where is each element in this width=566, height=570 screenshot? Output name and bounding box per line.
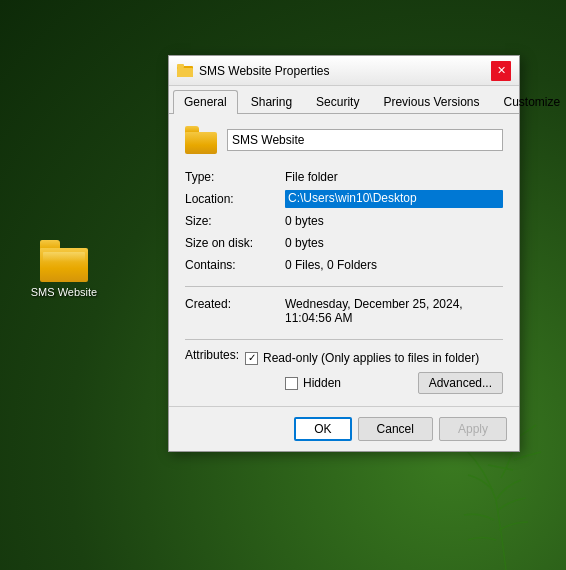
apply-button[interactable]: Apply (439, 417, 507, 441)
prop-label-size-disk: Size on disk: (185, 234, 285, 252)
separator-1 (185, 286, 503, 287)
hidden-row: Hidden Advanced... (185, 372, 503, 394)
attributes-row: Attributes: Read-only (Only applies to f… (185, 348, 503, 368)
separator-2 (185, 339, 503, 340)
attributes-label: Attributes: (185, 348, 239, 362)
name-row (185, 126, 503, 154)
properties-dialog: SMS Website Properties ✕ General Sharing… (168, 55, 520, 452)
readonly-checkbox-wrapper: Read-only (Only applies to files in fold… (245, 351, 479, 365)
readonly-checkbox[interactable] (245, 352, 258, 365)
properties-grid: Type: File folder Location: C:\Users\win… (185, 168, 503, 274)
tab-content-general: Type: File folder Location: C:\Users\win… (169, 114, 519, 406)
prop-label-size: Size: (185, 212, 285, 230)
created-row: Created: Wednesday, December 25, 2024, 1… (185, 295, 503, 327)
close-button[interactable]: ✕ (491, 61, 511, 81)
prop-label-location: Location: (185, 190, 285, 208)
cancel-button[interactable]: Cancel (358, 417, 433, 441)
prop-value-size-disk: 0 bytes (285, 234, 503, 252)
advanced-button[interactable]: Advanced... (418, 372, 503, 394)
prop-label-contains: Contains: (185, 256, 285, 274)
prop-value-contains: 0 Files, 0 Folders (285, 256, 503, 274)
prop-label-type: Type: (185, 168, 285, 186)
tab-customize[interactable]: Customize (492, 90, 566, 113)
ok-button[interactable]: OK (294, 417, 351, 441)
folder-icon-large (40, 240, 88, 282)
prop-value-location[interactable]: C:\Users\win10\Desktop (285, 190, 503, 208)
desktop-folder-label: SMS Website (31, 286, 97, 298)
svg-rect-2 (177, 64, 184, 68)
folder-name-input[interactable] (227, 129, 503, 151)
prop-value-created: Wednesday, December 25, 2024, 11:04:56 A… (285, 295, 503, 327)
tab-general[interactable]: General (173, 90, 238, 114)
title-bar: SMS Website Properties ✕ (169, 56, 519, 86)
tab-sharing[interactable]: Sharing (240, 90, 303, 113)
desktop-folder[interactable]: SMS Website (28, 240, 100, 298)
hidden-checkbox-wrapper: Hidden (285, 376, 341, 390)
tab-security[interactable]: Security (305, 90, 370, 113)
prop-value-size: 0 bytes (285, 212, 503, 230)
folder-icon-small (185, 126, 217, 154)
dialog-title: SMS Website Properties (199, 64, 491, 78)
prop-label-created: Created: (185, 295, 285, 327)
attributes-section: Attributes: Read-only (Only applies to f… (185, 348, 503, 394)
tab-previous-versions[interactable]: Previous Versions (372, 90, 490, 113)
hidden-checkbox[interactable] (285, 377, 298, 390)
readonly-label: Read-only (Only applies to files in fold… (263, 351, 479, 365)
title-folder-icon (177, 63, 193, 79)
hidden-label: Hidden (303, 376, 341, 390)
tab-bar: General Sharing Security Previous Versio… (169, 86, 519, 114)
prop-value-type: File folder (285, 168, 503, 186)
svg-rect-1 (177, 68, 193, 77)
button-bar: OK Cancel Apply (169, 406, 519, 451)
